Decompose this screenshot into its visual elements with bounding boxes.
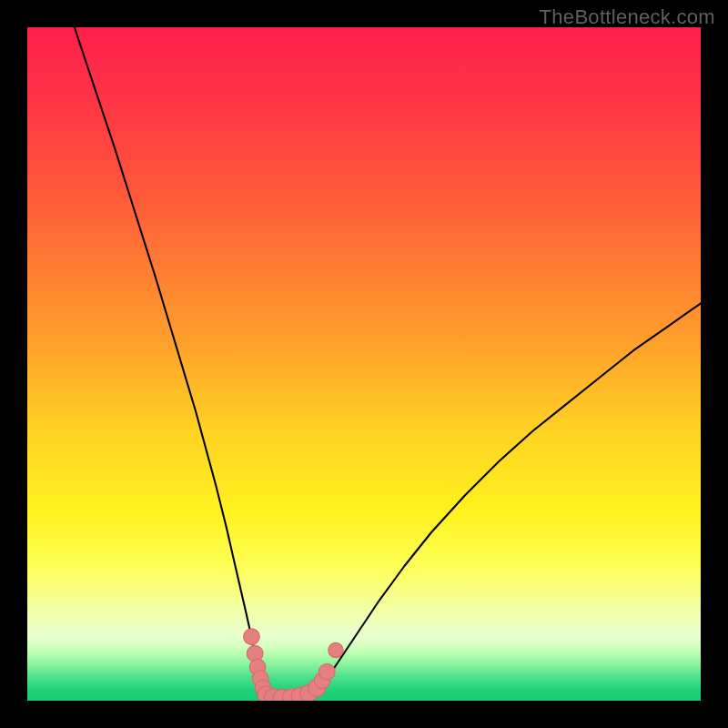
marker-group [244, 629, 344, 701]
watermark-text: TheBottleneck.com [540, 5, 715, 29]
data-marker [244, 629, 260, 645]
data-marker [329, 642, 343, 657]
curve-layer [27, 27, 701, 701]
data-marker [318, 663, 335, 680]
plot-area [27, 27, 701, 701]
bottleneck-curve [75, 27, 701, 699]
chart-frame: TheBottleneck.com [0, 0, 728, 728]
